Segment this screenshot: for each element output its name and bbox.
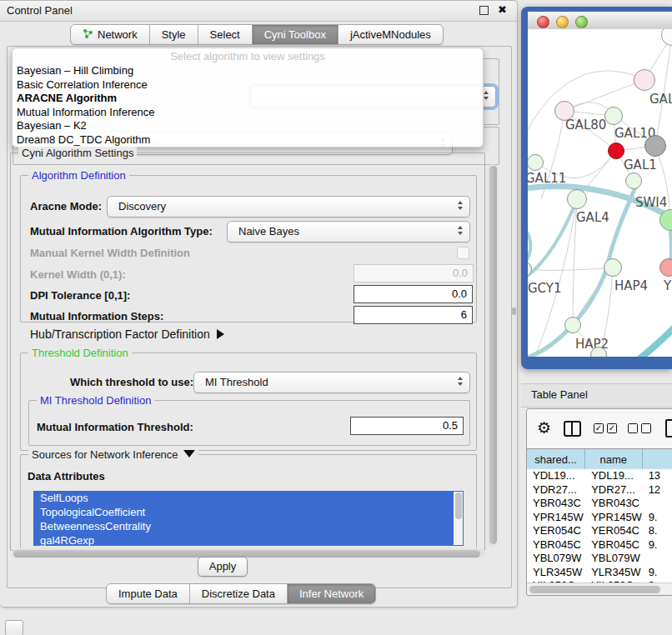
zoom-traffic-light[interactable] xyxy=(575,16,588,28)
network-node-gal[interactable] xyxy=(634,69,655,91)
float-icon[interactable] xyxy=(479,6,489,15)
unchecked-box-icon[interactable] xyxy=(641,423,651,433)
attribute-item[interactable]: gal4RGexp xyxy=(33,533,464,546)
algorithm-option[interactable]: Dream8 DC_TDC Algorithm xyxy=(13,133,483,148)
column-header-name[interactable]: name xyxy=(585,449,642,469)
algorithm-option[interactable]: Mutual Information Inference xyxy=(13,106,483,120)
aracne-mode-value: Discovery xyxy=(118,200,166,212)
tab-select[interactable]: Select xyxy=(198,25,253,44)
table-cell xyxy=(643,552,672,566)
attribute-item[interactable]: SelfLoops xyxy=(33,491,464,505)
close-icon[interactable]: ✖ xyxy=(498,3,507,16)
page-icon[interactable] xyxy=(665,419,672,438)
table-cell: YLR345W xyxy=(585,566,642,580)
algorithm-definition-title: Algorithm Definition xyxy=(28,169,129,182)
tab-discretize-data[interactable]: Discretize Data xyxy=(190,584,288,603)
node-label-y: Y xyxy=(664,278,671,293)
scrollbar-thumb[interactable] xyxy=(13,550,480,558)
minimize-traffic-light[interactable] xyxy=(556,16,569,28)
network-node-gal11[interactable] xyxy=(528,154,544,171)
node-label-gal11: GAL11 xyxy=(528,171,566,186)
network-node-gal1[interactable] xyxy=(608,142,624,159)
checked-box-icon[interactable]: ✓ xyxy=(594,423,604,433)
table-row[interactable]: YBR043CYBR043C xyxy=(527,497,672,511)
network-node-gal10[interactable] xyxy=(604,107,623,125)
aracne-mode-label: Aracne Mode: xyxy=(30,200,102,212)
network-node-swi4[interactable] xyxy=(625,172,642,189)
tab-network[interactable]: Network xyxy=(71,25,150,44)
tab-label: Infer Network xyxy=(299,588,364,600)
table-horizontal-scrollbar[interactable] xyxy=(527,582,672,596)
tab-label: jActiveMNodules xyxy=(350,28,431,41)
attribute-list-scrollbar[interactable] xyxy=(454,492,463,545)
splitter-handle[interactable] xyxy=(512,308,516,315)
cyni-settings-title: Cyni Algorithm Settings xyxy=(18,147,137,159)
table-cell: 12 xyxy=(643,483,672,498)
algorithm-option[interactable]: Basic Correlation Inference xyxy=(13,78,483,92)
table-cell: YPR145W xyxy=(585,511,642,525)
aracne-mode-combo[interactable]: Discovery xyxy=(107,196,470,218)
apply-button[interactable]: Apply xyxy=(198,557,248,577)
column-header-clipped[interactable] xyxy=(643,449,672,469)
mi-threshold-field[interactable]: 0.5 xyxy=(350,417,464,435)
algorithm-list: Bayesian – Hill ClimbingBasic Correlatio… xyxy=(13,64,483,147)
tab-style[interactable]: Style xyxy=(150,25,198,44)
algorithm-option[interactable]: Bayesian – K2 xyxy=(13,119,483,133)
data-attributes-list: SelfLoopsTopologicalCoefficientBetweenne… xyxy=(33,491,464,546)
network-node-gal4[interactable] xyxy=(567,189,587,209)
mi-steps-field[interactable]: 6 xyxy=(354,306,473,324)
bottom-tabbar: Impute DataDiscretize DataInfer Network xyxy=(106,583,376,604)
table-cell: YBR043C xyxy=(585,497,642,511)
threshold-definition-title: Threshold Definition xyxy=(28,347,132,359)
tab-label: Impute Data xyxy=(118,588,178,600)
network-node-hap4[interactable] xyxy=(604,258,622,277)
attribute-item[interactable]: BetweennessCentrality xyxy=(33,519,464,533)
hub-definition-expander[interactable]: Hub/Transcription Factor Definition xyxy=(30,328,224,341)
table-row[interactable]: YLR345WYLR345W9. xyxy=(527,566,672,580)
column-header-shared-name[interactable]: shared... xyxy=(527,449,585,469)
table-cell: 13 xyxy=(643,469,672,483)
close-traffic-light[interactable] xyxy=(537,16,549,28)
network-node[interactable] xyxy=(644,135,666,157)
algorithm-placeholder: Select algorithm to view settings xyxy=(13,48,483,64)
manual-kernel-checkbox xyxy=(457,247,469,259)
settings-horizontal-scrollbar[interactable] xyxy=(12,548,485,558)
dpi-tolerance-field[interactable]: 0.0 xyxy=(354,285,473,303)
settings-vertical-scrollbar[interactable] xyxy=(488,164,498,548)
table-cell: 8. xyxy=(643,524,672,538)
scrollbar-thumb[interactable] xyxy=(529,586,660,593)
table-row[interactable]: YBL079WYBL079W xyxy=(527,552,672,566)
network-canvas[interactable]: GALGAL80GAL10GAL1GAL11SWI4GAL4HAP4YGCY1H… xyxy=(528,29,672,357)
node-label-gal: GAL xyxy=(649,92,672,107)
network-node-hap2[interactable] xyxy=(564,317,581,333)
table-cell: YBL079W xyxy=(585,552,642,566)
tab-impute-data[interactable]: Impute Data xyxy=(107,584,190,603)
network-node-y[interactable] xyxy=(659,258,672,277)
table-row[interactable]: YER054CYER054C8. xyxy=(527,524,672,538)
table-row[interactable]: YDL19...YDL19...13 xyxy=(527,469,672,483)
collapsed-panel-button[interactable] xyxy=(5,620,23,635)
sources-title: Sources for Network Inference xyxy=(32,448,178,461)
unchecked-box-icon[interactable] xyxy=(628,423,638,433)
tab-cyni-toolbox[interactable]: Cyni Toolbox xyxy=(253,25,339,44)
tab-label: Cyni Toolbox xyxy=(264,28,326,41)
table-row[interactable]: YBR045CYBR045C9. xyxy=(527,538,672,552)
mi-type-combo[interactable]: Naive Bayes xyxy=(227,221,470,242)
attribute-item[interactable]: TopologicalCoefficient xyxy=(33,505,464,519)
checked-box-icon[interactable]: ✓ xyxy=(607,423,617,433)
split-columns-icon[interactable] xyxy=(564,421,581,437)
table-row[interactable]: YDR27...YDR27...12 xyxy=(527,483,672,498)
table-row[interactable]: YPR145WYPR145W9. xyxy=(527,511,672,525)
tab-jactivemnodules[interactable]: jActiveMNodules xyxy=(339,25,443,44)
sources-expander[interactable]: Sources for Network Inference xyxy=(28,448,198,461)
node-label-gcy1: GCY1 xyxy=(528,281,562,296)
gear-icon[interactable]: ⚙ xyxy=(537,418,551,438)
table-cell: YDL19... xyxy=(527,469,585,483)
algorithm-option[interactable]: ARACNE Algorithm xyxy=(13,92,483,106)
kernel-width-field: 0.0 xyxy=(354,264,474,282)
scrollbar-thumb[interactable] xyxy=(489,166,497,544)
node-label-gal4: GAL4 xyxy=(576,210,609,225)
algorithm-option[interactable]: Bayesian – Hill Climbing xyxy=(13,64,483,78)
tab-infer-network[interactable]: Infer Network xyxy=(288,584,375,603)
which-threshold-combo[interactable]: MI Threshold xyxy=(193,372,470,393)
